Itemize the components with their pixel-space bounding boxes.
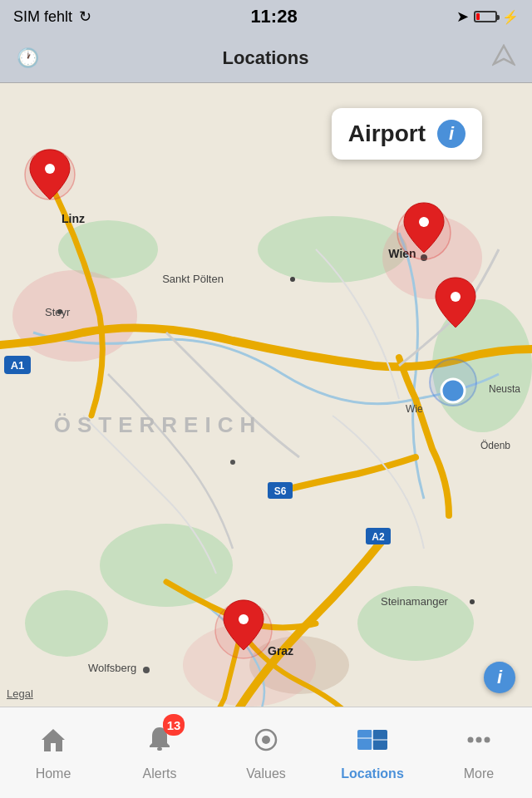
battery-tip	[497, 15, 500, 20]
nav-title: Locations	[223, 47, 309, 69]
svg-point-42	[419, 217, 429, 227]
svg-text:Sankt Pölten: Sankt Pölten	[162, 273, 224, 285]
svg-text:Steinamanger: Steinamanger	[381, 595, 449, 608]
svg-rect-48	[357, 730, 372, 750]
svg-point-53	[468, 736, 474, 742]
tab-alerts-label: Alerts	[143, 766, 177, 781]
tab-home-label: Home	[36, 766, 71, 781]
clock-icon: 🕐	[17, 47, 39, 68]
more-icon	[464, 725, 494, 761]
svg-point-30	[470, 599, 475, 604]
svg-point-44	[239, 614, 249, 624]
location-nav-icon	[492, 44, 515, 67]
battery-icon	[474, 11, 497, 22]
alerts-badge: 13	[163, 714, 185, 736]
svg-text:Neusta: Neusta	[489, 383, 520, 395]
svg-rect-45	[157, 747, 162, 751]
svg-point-7	[25, 590, 108, 657]
tab-values[interactable]: Values	[213, 707, 319, 798]
battery-level	[476, 13, 480, 20]
svg-text:S6: S6	[274, 485, 287, 497]
tab-more-label: More	[464, 766, 494, 781]
svg-text:Ödenb: Ödenb	[480, 440, 510, 451]
map-svg: A1 S6 A2 Linz Sankt Pölten Wien ÖSTERREI…	[0, 83, 532, 707]
svg-text:Graz: Graz	[268, 644, 293, 658]
tooltip-label: Airport	[348, 121, 426, 147]
location-arrow-icon: ➤	[456, 7, 469, 26]
svg-point-20	[290, 277, 295, 282]
charging-icon: ⚡	[502, 9, 519, 25]
nav-right-label	[492, 44, 515, 71]
svg-text:Linz: Linz	[62, 212, 85, 225]
svg-point-55	[485, 736, 490, 742]
sim-icon: ↻	[79, 7, 91, 26]
status-time: 11:28	[250, 6, 297, 27]
svg-point-54	[476, 736, 482, 742]
tab-locations[interactable]: Locations	[319, 707, 426, 798]
svg-point-25	[57, 309, 62, 314]
carrier-label: SIM fehlt	[13, 8, 72, 26]
tab-locations-label: Locations	[341, 766, 404, 781]
values-icon	[251, 725, 281, 761]
tab-bar: Home 13 Alerts Values Locations More	[0, 707, 532, 798]
map-tooltip[interactable]: Airport i	[332, 108, 482, 160]
tab-values-label: Values	[246, 766, 286, 781]
svg-point-41	[45, 164, 55, 174]
svg-point-47	[262, 736, 270, 744]
svg-text:A1: A1	[11, 359, 25, 372]
map-area[interactable]: A1 S6 A2 Linz Sankt Pölten Wien ÖSTERREI…	[0, 83, 532, 707]
nav-bar: 🕐 Locations	[0, 33, 532, 83]
svg-point-43	[451, 292, 461, 302]
svg-point-34	[230, 460, 235, 465]
status-left: SIM fehlt ↻	[13, 7, 91, 26]
svg-text:A2: A2	[372, 531, 385, 543]
svg-text:Wie: Wie	[406, 403, 423, 415]
info-icon: i	[497, 667, 502, 688]
map-info-button[interactable]: i	[484, 662, 515, 693]
tooltip-info-button[interactable]: i	[437, 120, 466, 148]
locations-icon	[356, 725, 389, 761]
nav-left-label: 🕐	[17, 47, 39, 69]
status-bar: SIM fehlt ↻ 11:28 ➤ ⚡	[0, 0, 532, 33]
tab-alerts[interactable]: 13 Alerts	[106, 707, 213, 798]
tooltip-info-icon: i	[449, 123, 454, 145]
svg-marker-0	[494, 46, 514, 64]
svg-point-33	[143, 667, 150, 673]
svg-text:ÖSTERREICH: ÖSTERREICH	[54, 412, 262, 437]
svg-point-39	[441, 379, 465, 402]
status-right: ➤ ⚡	[456, 7, 519, 26]
home-icon	[38, 725, 68, 761]
svg-point-9	[12, 270, 137, 362]
map-legal: Legal	[7, 687, 33, 700]
svg-text:Wolfsberg: Wolfsberg	[88, 662, 136, 674]
tab-home[interactable]: Home	[0, 707, 106, 798]
tab-more[interactable]: More	[426, 707, 532, 798]
